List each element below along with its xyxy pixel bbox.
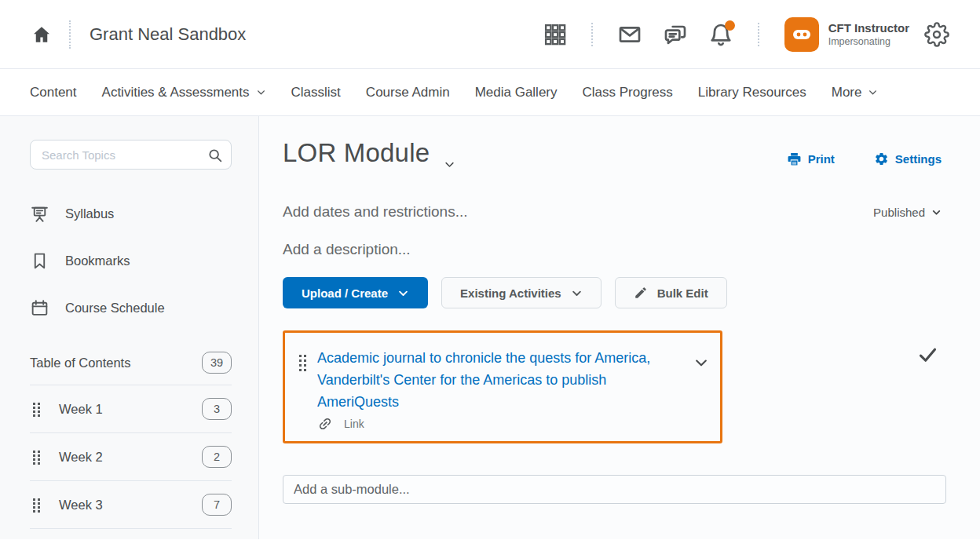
add-dates-restrictions[interactable]: Add dates and restrictions... xyxy=(283,203,468,221)
course-navbar: Content Activities & Assessments Classli… xyxy=(0,69,980,116)
nav-activities-assessments[interactable]: Activities & Assessments xyxy=(102,85,266,100)
calendar-icon xyxy=(30,298,49,318)
sidebar-item-table-of-contents[interactable]: Table of Contents 39 xyxy=(30,341,232,385)
user-name: CFT Instructor xyxy=(828,20,909,35)
content-sidebar: Syllabus Bookmarks Course Schedule xyxy=(0,116,259,539)
settings-gear-icon xyxy=(874,151,889,166)
chevron-down-icon xyxy=(931,207,942,217)
chevron-down-icon xyxy=(256,87,266,97)
avatar xyxy=(784,17,819,52)
nav-more[interactable]: More xyxy=(832,85,879,100)
module-link[interactable]: Week 3 xyxy=(59,498,103,513)
sidebar-module-week-3: Week 3 7 xyxy=(30,481,232,528)
course-title-link[interactable]: Grant Neal Sandbox xyxy=(90,24,246,45)
chevron-down-icon xyxy=(397,287,409,299)
add-description[interactable]: Add a description... xyxy=(283,241,946,258)
module-title-dropdown[interactable] xyxy=(441,155,459,173)
sidebar-divider xyxy=(30,528,232,529)
link-chain-icon xyxy=(317,416,333,432)
content-item-row: Academic journal to chronicle the quests… xyxy=(283,330,946,443)
toc-label: Table of Contents xyxy=(30,356,130,370)
nav-media-gallery[interactable]: Media Gallery xyxy=(475,85,558,100)
sidebar-item-course-schedule[interactable]: Course Schedule xyxy=(30,284,232,331)
nav-classlist[interactable]: Classlist xyxy=(291,85,341,100)
status-label: Published xyxy=(873,206,925,219)
header-divider xyxy=(758,23,759,46)
chat-button[interactable] xyxy=(660,19,691,50)
chevron-down-icon xyxy=(444,159,455,170)
chat-bubbles-icon xyxy=(663,22,688,47)
header-divider xyxy=(69,20,71,49)
pencil-edit-icon xyxy=(634,286,648,300)
notifications-button[interactable] xyxy=(705,19,737,50)
nav-course-admin[interactable]: Course Admin xyxy=(366,85,450,100)
search-input[interactable] xyxy=(30,140,232,170)
notification-dot xyxy=(725,20,735,31)
module-count-badge: 3 xyxy=(202,398,232,420)
module-count-badge: 2 xyxy=(202,446,232,468)
module-count-badge: 7 xyxy=(202,494,232,516)
home-button[interactable] xyxy=(28,21,55,48)
existing-activities-button[interactable]: Existing Activities xyxy=(441,277,602,308)
settings-label: Settings xyxy=(895,152,942,166)
module-content-area: LOR Module xyxy=(259,116,980,539)
bulk-edit-button[interactable]: Bulk Edit xyxy=(615,277,727,308)
sidebar-module-week-1: Week 1 3 xyxy=(30,385,232,432)
user-status: Impersonating xyxy=(828,35,909,48)
envelope-icon xyxy=(617,22,642,47)
item-actions-dropdown[interactable] xyxy=(692,353,711,372)
drag-handle-icon[interactable] xyxy=(296,352,309,374)
nav-content[interactable]: Content xyxy=(30,85,77,100)
existing-activities-label: Existing Activities xyxy=(460,286,561,300)
syllabus-easel-icon xyxy=(30,204,49,224)
item-type-label: Link xyxy=(344,418,364,430)
module-link[interactable]: Week 2 xyxy=(59,450,103,465)
sidebar-item-bookmarks[interactable]: Bookmarks xyxy=(30,237,232,284)
search-button[interactable] xyxy=(203,144,227,167)
top-header: Grant Neal Sandbox xyxy=(0,0,980,69)
printer-icon xyxy=(787,151,802,166)
page-title: LOR Module xyxy=(283,138,430,168)
search-icon xyxy=(207,147,224,164)
sidebar-item-label: Course Schedule xyxy=(65,301,165,316)
chevron-down-icon xyxy=(868,87,878,97)
waffle-grid-icon xyxy=(543,23,567,46)
sidebar-item-label: Bookmarks xyxy=(65,254,130,268)
sidebar-module-week-2: Week 2 2 xyxy=(30,433,232,480)
home-icon xyxy=(31,24,52,45)
app-switcher-button[interactable] xyxy=(540,20,570,49)
bulk-edit-label: Bulk Edit xyxy=(657,286,708,300)
sidebar-item-label: Syllabus xyxy=(65,206,114,221)
user-menu-button[interactable]: CFT Instructor Impersonating xyxy=(784,17,909,52)
toc-count-badge: 39 xyxy=(202,352,232,374)
print-label: Print xyxy=(808,152,835,166)
content-item-link[interactable]: Academic journal to chronicle the quests… xyxy=(317,350,650,410)
print-button[interactable]: Print xyxy=(782,151,839,167)
admin-gear-button[interactable] xyxy=(921,19,953,50)
upload-create-label: Upload / Create xyxy=(302,286,388,300)
add-submodule-input[interactable] xyxy=(283,475,946,504)
gear-icon xyxy=(924,22,949,47)
module-link[interactable]: Week 1 xyxy=(59,402,103,417)
messages-button[interactable] xyxy=(614,19,645,50)
chevron-down-icon xyxy=(693,355,709,370)
chevron-down-icon xyxy=(571,287,583,299)
header-divider xyxy=(591,23,593,46)
nav-class-progress[interactable]: Class Progress xyxy=(583,85,673,100)
highlighted-content-item: Academic journal to chronicle the quests… xyxy=(283,330,722,443)
drag-handle-icon[interactable] xyxy=(30,400,43,418)
drag-handle-icon[interactable] xyxy=(30,448,43,466)
sidebar-item-syllabus[interactable]: Syllabus xyxy=(30,190,232,237)
upload-create-button[interactable]: Upload / Create xyxy=(283,277,428,308)
bookmark-icon xyxy=(30,251,49,271)
nav-library-resources[interactable]: Library Resources xyxy=(698,85,806,100)
drag-handle-icon[interactable] xyxy=(30,496,43,514)
completion-checkmark-icon xyxy=(917,345,938,366)
publish-status-dropdown[interactable]: Published xyxy=(868,205,946,220)
settings-button[interactable]: Settings xyxy=(869,151,946,167)
